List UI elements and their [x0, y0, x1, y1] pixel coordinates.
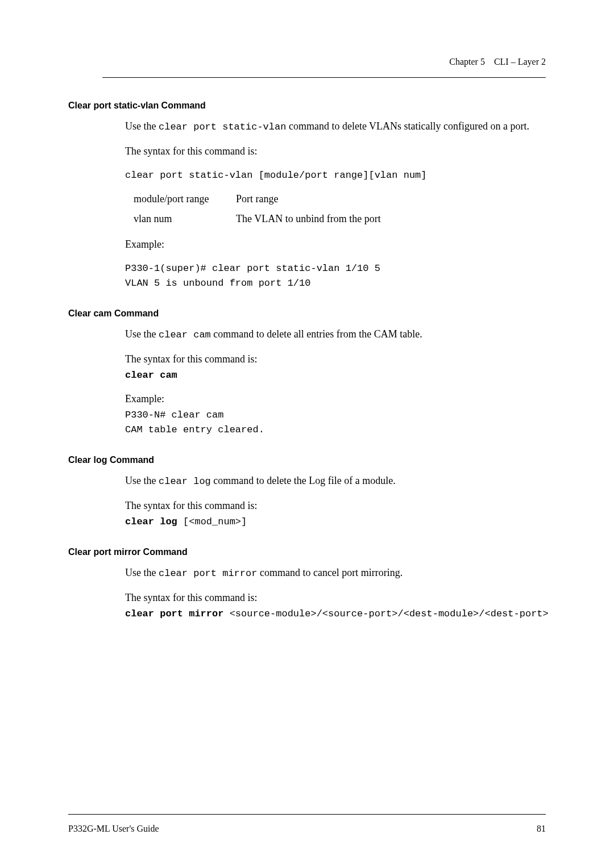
page-header: Chapter 5 CLI – Layer 2: [102, 57, 546, 78]
intro-post: command to delete all entries from the C…: [211, 328, 422, 340]
intro-code: clear cam: [159, 329, 211, 340]
section-heading-clear-port-mirror: Clear port mirror Command: [68, 547, 546, 557]
intro-pre: Use the: [125, 120, 159, 132]
example-label: Example:: [125, 237, 546, 252]
param-desc: The VLAN to unbind from the port: [236, 211, 381, 227]
intro-post: command to delete the Log file of a modu…: [211, 475, 396, 486]
header-divider: [102, 77, 546, 78]
syntax-bold: clear port mirror: [125, 608, 223, 619]
intro-text: Use the clear port mirror command to can…: [125, 565, 546, 581]
section-heading-clear-cam: Clear cam Command: [68, 308, 546, 319]
footer-divider: [68, 814, 546, 815]
intro-code: clear log: [159, 476, 211, 487]
chapter-subtitle: CLI – Layer 2: [494, 57, 546, 66]
syntax-code: clear log [<mod_num>]: [125, 515, 546, 529]
intro-code: clear port static-vlan: [159, 122, 286, 132]
example-code: P330-1(super)# clear port static-vlan 1/…: [125, 261, 546, 290]
syntax-rest: [<mod_num>]: [177, 516, 247, 527]
chapter-number: Chapter 5: [449, 57, 485, 66]
parameters-table: module/port range Port range vlan num Th…: [134, 191, 546, 227]
syntax-code: clear port static-vlan [module/port rang…: [125, 168, 546, 183]
intro-pre: Use the: [125, 328, 159, 340]
syntax-code: clear port mirror <source-module>/<sourc…: [125, 607, 546, 621]
syntax-label: The syntax for this command is:: [125, 352, 546, 367]
syntax-label: The syntax for this command is:: [125, 144, 546, 159]
intro-text: Use the clear log command to delete the …: [125, 473, 546, 489]
example-label: Example:: [125, 391, 546, 407]
section-heading-clear-log: Clear log Command: [68, 455, 546, 465]
chapter-title: Chapter 5 CLI – Layer 2: [102, 57, 546, 67]
syntax-code: clear cam: [125, 368, 546, 383]
table-row: module/port range Port range: [134, 191, 546, 207]
syntax-bold: clear log: [125, 516, 177, 527]
footer-content: P332G-ML User's Guide 81: [68, 824, 546, 834]
footer-guide-title: P332G-ML User's Guide: [68, 824, 159, 834]
syntax-rest: <source-module>/<source-port>/<dest-modu…: [223, 608, 548, 619]
intro-post: command to cancel port mirroring.: [257, 567, 403, 578]
intro-pre: Use the: [125, 567, 159, 578]
intro-text: Use the clear port static-vlan command t…: [125, 119, 546, 135]
page-footer: P332G-ML User's Guide 81: [68, 814, 546, 834]
intro-text: Use the clear cam command to delete all …: [125, 327, 546, 343]
intro-code: clear port mirror: [159, 568, 257, 579]
table-row: vlan num The VLAN to unbind from the por…: [134, 211, 546, 227]
footer-page-number: 81: [537, 824, 546, 834]
syntax-label: The syntax for this command is:: [125, 590, 546, 606]
param-desc: Port range: [236, 191, 278, 207]
section-heading-clear-port-static-vlan: Clear port static-vlan Command: [68, 101, 546, 111]
param-name: vlan num: [134, 211, 236, 227]
intro-post: command to delete VLANs statically confi…: [286, 120, 529, 132]
param-name: module/port range: [134, 191, 236, 207]
example-code: P330-N# clear cam CAM table entry cleare…: [125, 408, 546, 437]
syntax-bold: clear cam: [125, 370, 177, 381]
intro-pre: Use the: [125, 475, 159, 486]
syntax-label: The syntax for this command is:: [125, 498, 546, 514]
